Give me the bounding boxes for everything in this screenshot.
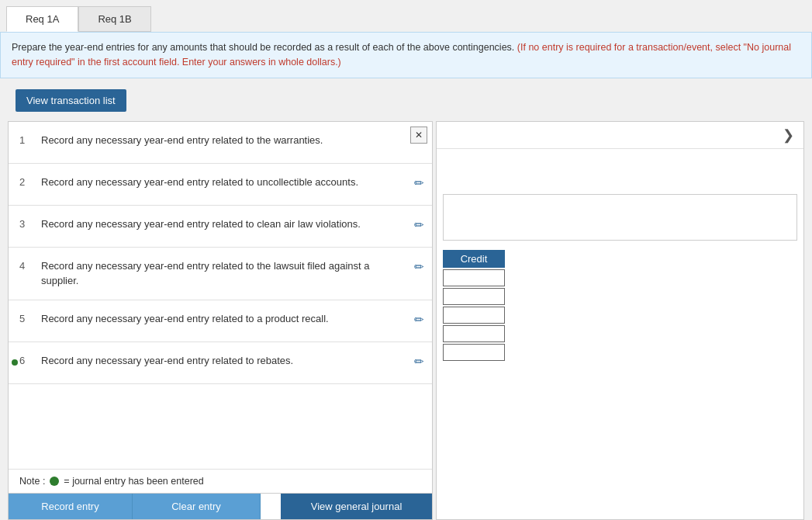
panel-close-button[interactable]: ✕ — [410, 127, 427, 144]
green-dot-icon — [50, 477, 59, 486]
row-number: 2 — [19, 175, 35, 188]
credit-header: Credit — [443, 250, 505, 268]
credit-input-4[interactable] — [443, 325, 505, 342]
credit-input-2[interactable] — [443, 288, 505, 305]
transaction-row: 3 Record any necessary year-end entry re… — [9, 206, 432, 248]
row-number: 3 — [19, 217, 35, 230]
row-number: 6 — [19, 353, 35, 366]
edit-icon[interactable]: ✏ — [414, 258, 424, 274]
note-suffix: = journal entry has been entered — [64, 476, 203, 487]
row-number: 5 — [19, 311, 35, 324]
tab-req1a[interactable]: Req 1A — [6, 6, 78, 32]
transaction-list-panel: ✕ 1 Record any necessary year-end entry … — [8, 121, 433, 521]
instructions-banner: Prepare the year-end entries for any amo… — [0, 32, 812, 78]
transaction-row-with-entry: 6 Record any necessary year-end entry re… — [9, 342, 432, 384]
transaction-row: 5 Record any necessary year-end entry re… — [9, 300, 432, 342]
tabs-bar: Req 1A Req 1B — [0, 0, 812, 32]
row-number: 1 — [19, 133, 35, 146]
tab-req1b[interactable]: Req 1B — [78, 6, 150, 32]
row-text: Record any necessary year-end entry rela… — [41, 217, 406, 232]
edit-icon[interactable]: ✏ — [414, 311, 424, 327]
credit-input-5[interactable] — [443, 344, 505, 361]
transaction-row: 1 Record any necessary year-end entry re… — [9, 122, 432, 164]
edit-icon[interactable]: ✏ — [414, 353, 424, 369]
note-prefix: Note : — [19, 476, 45, 487]
edit-icon[interactable]: ✏ — [414, 217, 424, 232]
view-transaction-list-button[interactable]: View transaction list — [16, 89, 126, 112]
row-text: Record any necessary year-end entry rela… — [41, 311, 406, 327]
record-entry-button[interactable]: Record entry — [9, 494, 133, 519]
row-text: Record any necessary year-end entry rela… — [41, 175, 406, 190]
journal-panel: ❯ Credit — [433, 121, 804, 521]
main-container: Req 1A Req 1B Prepare the year-end entri… — [0, 0, 812, 520]
transaction-row: 2 Record any necessary year-end entry re… — [9, 164, 432, 206]
close-icon: ✕ — [415, 130, 423, 140]
credit-input-1[interactable] — [443, 269, 505, 286]
instructions-main-text: Prepare the year-end entries for any amo… — [12, 42, 517, 53]
row-text: Record any necessary year-end entry rela… — [41, 258, 406, 289]
row-number: 4 — [19, 258, 35, 272]
credit-input-3[interactable] — [443, 307, 505, 324]
action-bar: Record entry Clear entry View general jo… — [9, 493, 432, 519]
edit-icon[interactable]: ✏ — [414, 175, 424, 190]
note-area: Note : = journal entry has been entered — [9, 469, 432, 493]
clear-entry-button[interactable]: Clear entry — [133, 494, 261, 519]
row-text: Record any necessary year-end entry rela… — [41, 353, 406, 369]
transaction-rows: 1 Record any necessary year-end entry re… — [9, 122, 432, 470]
next-arrow-icon[interactable]: ❯ — [779, 127, 797, 144]
row-text: Record any necessary year-end entry rela… — [41, 133, 406, 148]
content-area: ✕ 1 Record any necessary year-end entry … — [0, 121, 812, 521]
transaction-row: 4 Record any necessary year-end entry re… — [9, 248, 432, 300]
view-general-journal-button[interactable]: View general journal — [281, 494, 432, 519]
